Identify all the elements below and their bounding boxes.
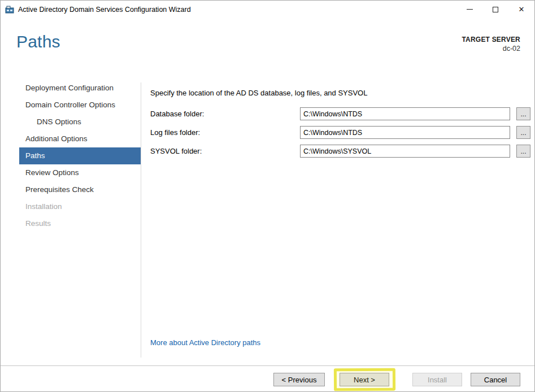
database-folder-row: Database folder: ... — [150, 107, 532, 121]
app-icon — [5, 5, 14, 14]
wizard-steps-sidebar: Deployment Configuration Domain Controll… — [19, 80, 141, 232]
previous-button[interactable]: < Previous — [273, 373, 325, 386]
log-files-folder-browse-button[interactable]: ... — [516, 126, 530, 139]
window-controls: ✕ — [456, 1, 534, 18]
sidebar-divider — [141, 82, 141, 358]
maximize-icon — [493, 7, 498, 12]
close-icon: ✕ — [519, 6, 525, 13]
install-button: Install — [412, 373, 462, 386]
database-folder-input[interactable] — [300, 107, 510, 120]
sysvol-folder-browse-button[interactable]: ... — [516, 145, 530, 158]
next-button[interactable]: Next > — [340, 373, 389, 386]
sidebar-item-review-options[interactable]: Review Options — [19, 164, 141, 181]
database-folder-browse-button[interactable]: ... — [516, 107, 530, 120]
minimize-button[interactable] — [456, 1, 482, 18]
page-title: Paths — [16, 32, 60, 51]
sidebar-item-paths[interactable]: Paths — [19, 147, 141, 164]
more-about-paths-link[interactable]: More about Active Directory paths — [150, 338, 260, 347]
close-button[interactable]: ✕ — [508, 1, 534, 18]
window-title: Active Directory Domain Services Configu… — [18, 6, 191, 14]
target-server-label: TARGET SERVER — [462, 36, 520, 43]
log-files-folder-row: Log files folder: ... — [150, 126, 532, 140]
wizard-window: Active Directory Domain Services Configu… — [0, 0, 535, 392]
sidebar-item-dns-options[interactable]: DNS Options — [19, 114, 141, 130]
sidebar-item-prerequisites-check[interactable]: Prerequisites Check — [19, 181, 141, 198]
titlebar: Active Directory Domain Services Configu… — [1, 1, 534, 18]
database-folder-label: Database folder: — [150, 110, 204, 118]
log-files-folder-label: Log files folder: — [150, 128, 200, 137]
sidebar-item-installation: Installation — [19, 198, 141, 215]
minimize-icon — [467, 9, 473, 10]
log-files-folder-input[interactable] — [300, 126, 510, 139]
target-server-name: dc-02 — [462, 45, 520, 53]
sysvol-folder-input[interactable] — [300, 145, 510, 158]
maximize-button[interactable] — [482, 1, 508, 18]
sidebar-item-domain-controller-options[interactable]: Domain Controller Options — [19, 97, 141, 114]
target-server-block: TARGET SERVER dc-02 — [462, 36, 520, 53]
sidebar-item-additional-options[interactable]: Additional Options — [19, 130, 141, 147]
sysvol-folder-row: SYSVOL folder: ... — [150, 145, 532, 158]
instruction-text: Specify the location of the AD DS databa… — [150, 89, 367, 97]
cancel-button[interactable]: Cancel — [471, 373, 520, 386]
sidebar-item-results: Results — [19, 215, 141, 232]
sysvol-folder-label: SYSVOL folder: — [150, 147, 202, 155]
footer-separator — [1, 365, 534, 366]
sidebar-item-deployment-configuration[interactable]: Deployment Configuration — [19, 80, 141, 97]
